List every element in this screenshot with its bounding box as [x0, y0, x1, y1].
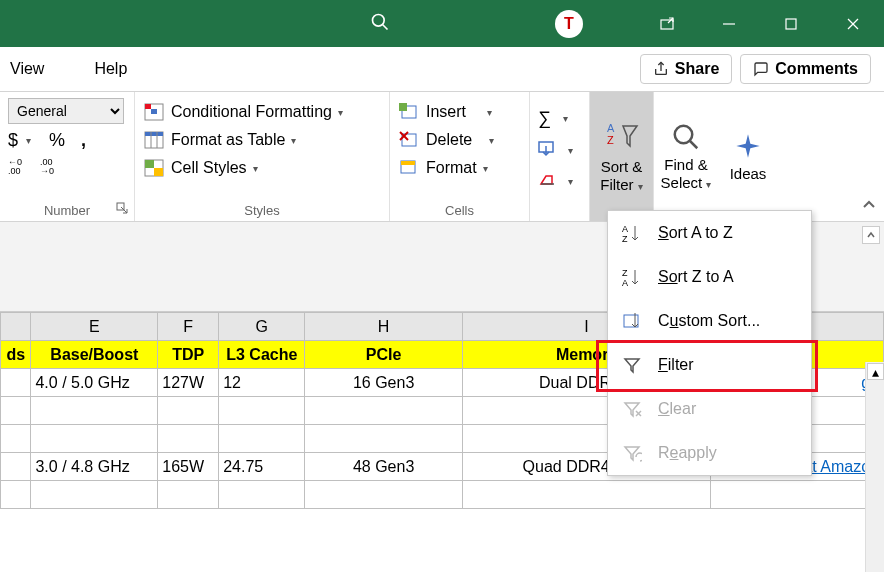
sort-filter-dropdown: AZ Sort A to Z ZA Sort Z to A CCuustom S… [607, 210, 812, 476]
reapply-filter-item: Reapply [608, 431, 811, 475]
svg-rect-26 [399, 103, 407, 111]
sort-a-to-z-item[interactable]: AZ Sort A to Z [608, 211, 811, 255]
find-select-button[interactable]: Find &Select ▾ [654, 92, 718, 221]
svg-line-38 [690, 140, 698, 148]
col-head-h[interactable]: H [305, 313, 462, 341]
clear-filter-item: Clear [608, 387, 811, 431]
comments-label: Comments [775, 60, 858, 78]
custom-sort-item[interactable]: CCuustom Sort... [608, 299, 811, 343]
sort-filter-icon: A Z [605, 120, 639, 154]
currency-icon[interactable]: $ [8, 130, 18, 151]
svg-rect-19 [145, 132, 163, 136]
fill-icon[interactable] [538, 141, 556, 160]
number-format-select[interactable]: General [8, 98, 124, 124]
clear-filter-icon [622, 399, 642, 419]
sort-filter-button[interactable]: A Z Sort &Filter ▾ [590, 92, 654, 221]
comments-button[interactable]: Comments [740, 54, 871, 84]
sort-z-to-a-item[interactable]: ZA Sort Z to A [608, 255, 811, 299]
increase-decimal-icon[interactable]: ←0.00 [8, 155, 34, 178]
clear-icon[interactable] [538, 172, 556, 191]
svg-rect-2 [661, 20, 673, 29]
delete-icon [398, 130, 420, 150]
share-label: Share [675, 60, 719, 78]
ideas-icon [734, 131, 762, 161]
svg-text:→0: →0 [40, 166, 54, 175]
search-icon[interactable] [370, 12, 390, 37]
share-button[interactable]: Share [640, 54, 732, 84]
decrease-decimal-icon[interactable]: .00→0 [40, 155, 66, 178]
svg-text:A: A [607, 122, 615, 134]
title-bar: T [0, 0, 884, 47]
number-group: General $▾ % , ←0.00 .00→0 Number [0, 92, 135, 221]
insert-icon [398, 102, 420, 122]
number-group-label: Number [0, 203, 134, 218]
filter-item[interactable]: Filter [608, 343, 811, 387]
svg-text:Z: Z [622, 268, 628, 278]
reapply-icon [622, 443, 642, 463]
vertical-scrollbar[interactable]: ▴ [865, 362, 884, 572]
menu-help[interactable]: Help [94, 60, 127, 78]
sort-za-icon: ZA [622, 267, 642, 287]
maximize-button[interactable] [760, 0, 822, 47]
svg-rect-45 [624, 315, 638, 327]
cell-styles-button[interactable]: Cell Styles▾ [143, 158, 381, 178]
svg-rect-24 [154, 168, 163, 176]
conditional-formatting-button[interactable]: Conditional Formatting▾ [143, 102, 381, 122]
svg-rect-5 [786, 19, 796, 29]
table-row[interactable] [1, 481, 884, 509]
sort-az-icon: AZ [622, 223, 642, 243]
cells-group: Insert ▾ Delete ▾ Format▾ Cells [390, 92, 530, 221]
svg-point-37 [675, 125, 693, 143]
svg-text:A: A [622, 278, 628, 287]
find-icon [671, 122, 701, 152]
format-icon [398, 158, 420, 178]
format-button[interactable]: Format▾ [398, 158, 521, 178]
svg-rect-23 [145, 160, 154, 168]
svg-text:Z: Z [622, 234, 628, 243]
minimize-button[interactable] [698, 0, 760, 47]
custom-sort-icon [622, 311, 642, 331]
svg-text:Z: Z [607, 134, 614, 146]
svg-point-0 [373, 15, 385, 27]
scroll-up-icon[interactable]: ▴ [867, 363, 884, 380]
col-head-g[interactable]: G [219, 313, 305, 341]
menu-bar: View Help Share Comments [0, 47, 884, 92]
editing-icons-group: ∑ ▾ ▾ ▾ [530, 92, 590, 221]
user-avatar[interactable]: T [555, 10, 583, 38]
close-button[interactable] [822, 0, 884, 47]
svg-rect-31 [401, 161, 415, 165]
col-head-f[interactable]: F [158, 313, 219, 341]
percent-icon[interactable]: % [49, 130, 65, 151]
col-head-e[interactable]: E [31, 313, 158, 341]
styles-group: Conditional Formatting▾ Format as Table▾… [135, 92, 390, 221]
number-launcher-icon[interactable] [116, 201, 128, 217]
styles-group-label: Styles [135, 203, 389, 218]
autosum-icon[interactable]: ∑ [538, 108, 551, 129]
svg-line-1 [383, 25, 388, 30]
col-head-d-partial[interactable] [1, 313, 31, 341]
format-as-table-icon [143, 130, 165, 150]
formula-expand-icon[interactable] [862, 226, 880, 244]
svg-rect-17 [151, 109, 157, 114]
ribbon-display-options[interactable] [636, 0, 698, 47]
svg-text:A: A [622, 224, 628, 234]
cell-styles-icon [143, 158, 165, 178]
cells-group-label: Cells [390, 203, 529, 218]
menu-view[interactable]: View [10, 60, 44, 78]
ideas-button[interactable]: Ideas [718, 92, 778, 221]
svg-rect-16 [145, 104, 151, 109]
ribbon: General $▾ % , ←0.00 .00→0 Number Condit… [0, 92, 884, 222]
delete-button[interactable]: Delete ▾ [398, 130, 521, 150]
svg-text:.00: .00 [8, 166, 21, 175]
collapse-ribbon-icon[interactable] [862, 198, 876, 215]
insert-button[interactable]: Insert ▾ [398, 102, 521, 122]
conditional-formatting-icon [143, 102, 165, 122]
format-as-table-button[interactable]: Format as Table▾ [143, 130, 381, 150]
comma-icon[interactable]: , [81, 130, 86, 151]
filter-icon [622, 355, 642, 375]
